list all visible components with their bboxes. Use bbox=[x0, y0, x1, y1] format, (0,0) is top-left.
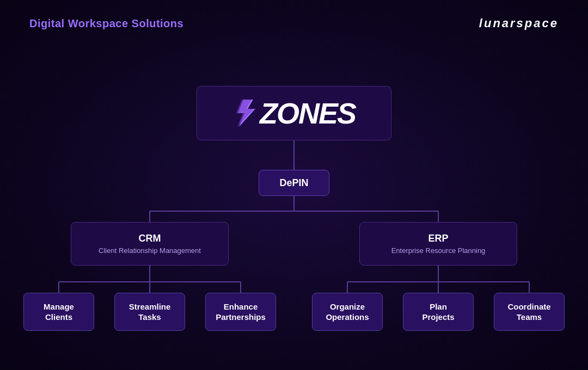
diagram-container: ZONES DePIN CRM Client Relationship Mana… bbox=[0, 71, 588, 354]
leaf-coordinate-teams: Coordinate Teams bbox=[494, 293, 565, 331]
depin-label: DePIN bbox=[279, 177, 308, 189]
zones-logo: ZONES bbox=[232, 96, 356, 130]
page-title: Digital Workspace Solutions bbox=[29, 17, 183, 30]
crm-box: CRM Client Relationship Management bbox=[71, 222, 229, 266]
erp-subtitle: Enterprise Resource Planning bbox=[391, 246, 486, 255]
leaf-enhance-partnerships: Enhance Partnerships bbox=[205, 293, 276, 331]
zones-wordmark: ZONES bbox=[260, 96, 356, 130]
erp-box: ERP Enterprise Resource Planning bbox=[359, 222, 517, 266]
manage-clients-label: ManageClients bbox=[44, 301, 74, 323]
erp-title: ERP bbox=[428, 233, 448, 244]
crm-subtitle: Client Relationship Management bbox=[99, 246, 201, 255]
streamline-tasks-label: StreamlineTasks bbox=[129, 301, 171, 323]
enhance-partnerships-label: Enhance Partnerships bbox=[206, 301, 275, 323]
zones-bolt-icon bbox=[232, 97, 260, 130]
zones-box: ZONES bbox=[197, 86, 391, 140]
leaf-streamline-tasks: StreamlineTasks bbox=[114, 293, 185, 331]
leaf-manage-clients: ManageClients bbox=[23, 293, 94, 331]
coordinate-teams-label: Coordinate Teams bbox=[494, 301, 564, 323]
brand-logo: LunarSpace bbox=[479, 16, 559, 30]
header: Digital Workspace Solutions LunarSpace bbox=[0, 0, 588, 47]
plan-projects-label: PlanProjects bbox=[422, 301, 454, 323]
leaf-plan-projects: PlanProjects bbox=[403, 293, 474, 331]
leaf-organize-operations: OrganizeOperations bbox=[312, 293, 383, 331]
depin-box: DePIN bbox=[259, 170, 329, 196]
crm-title: CRM bbox=[139, 233, 161, 244]
organize-operations-label: OrganizeOperations bbox=[326, 301, 369, 323]
